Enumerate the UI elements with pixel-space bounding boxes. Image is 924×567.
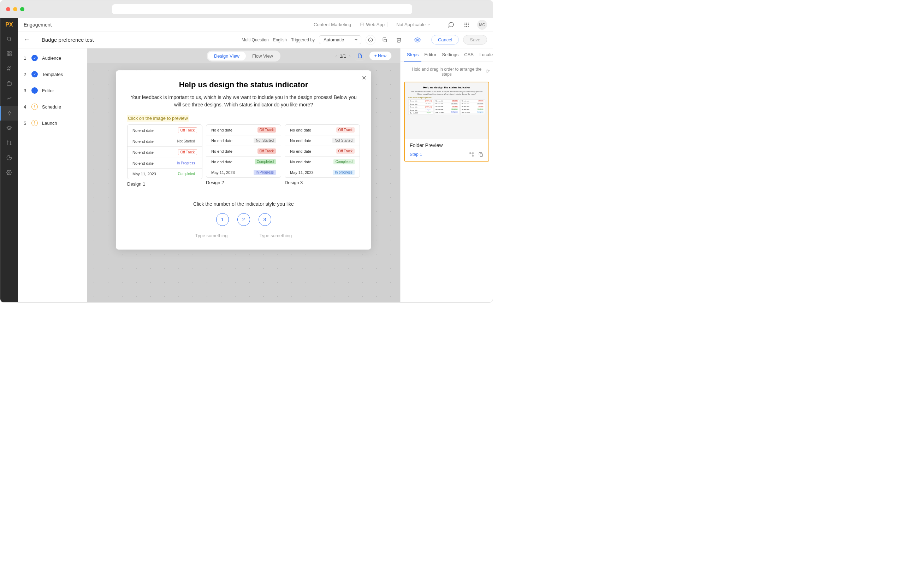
svg-point-14	[465, 23, 465, 24]
apps-grid-icon[interactable]	[462, 20, 471, 30]
design-option-3[interactable]: No end dateOff TrackNo end dateNot Start…	[285, 125, 360, 186]
close-window[interactable]	[6, 7, 10, 11]
preview-icon[interactable]	[412, 35, 423, 45]
duplicate-icon[interactable]	[478, 152, 483, 157]
status-badge: Completed	[176, 171, 197, 176]
dashboard-icon[interactable]	[0, 46, 18, 61]
svg-point-0	[8, 37, 10, 40]
choice-button-1[interactable]: 1	[216, 213, 229, 226]
step-label: Templates	[42, 72, 63, 77]
svg-point-29	[472, 153, 474, 154]
design-label: Design 2	[206, 180, 281, 185]
design-row: No end dateOff Track	[206, 146, 281, 156]
reports-icon[interactable]	[0, 150, 18, 165]
row-date: May 11, 2023	[290, 170, 314, 174]
wizard-step-launch[interactable]: 5!Launch	[24, 120, 81, 126]
back-button[interactable]: ←	[24, 36, 36, 44]
row-date: No end date	[132, 128, 154, 132]
new-step-button[interactable]: + New	[369, 51, 392, 60]
wizard-step-schedule[interactable]: 4!Schedule	[24, 104, 81, 110]
row-date: May 11, 2023	[132, 172, 156, 176]
wizard-step-editor[interactable]: 3Editor	[24, 87, 81, 94]
minimize-window[interactable]	[13, 7, 17, 11]
topbar-tab-webapp[interactable]: Web App	[360, 22, 385, 27]
tab-flow-view[interactable]: Flow View	[246, 52, 279, 60]
save-button[interactable]: Save	[463, 35, 487, 45]
design-row: No end dateCompleted	[285, 156, 360, 167]
main-area: Engagement Content Marketing Web App Not…	[18, 18, 493, 302]
status-badge: Off Track	[178, 149, 197, 155]
design-row: No end dateOff Track	[128, 125, 202, 136]
education-icon[interactable]	[0, 120, 18, 135]
placeholder-input-2[interactable]: Type something	[260, 233, 292, 238]
trigger-dropdown[interactable]: Automatic	[319, 35, 362, 44]
design-row: May 11, 2023Completed	[128, 168, 202, 179]
content: 1✓Audience2✓Templates3Editor4!Schedule5!…	[18, 48, 493, 302]
copy-icon[interactable]	[380, 35, 390, 45]
url-bar[interactable]	[112, 4, 412, 14]
branch-icon[interactable]	[469, 152, 474, 157]
svg-point-15	[466, 23, 467, 24]
choice-button-2[interactable]: 2	[237, 213, 250, 226]
svg-point-17	[465, 24, 465, 25]
topbar-tabs: Content Marketing Web App Not Applicable	[314, 22, 430, 27]
design-row: No end dateOff Track	[206, 125, 281, 135]
maximize-window[interactable]	[20, 7, 24, 11]
search-icon[interactable]	[0, 32, 18, 46]
design-option-1[interactable]: No end dateOff TrackNo end dateNot Start…	[127, 125, 202, 186]
engagement-icon[interactable]	[0, 106, 18, 120]
settings-icon[interactable]	[0, 165, 18, 180]
pager-next[interactable]: ›	[349, 53, 351, 59]
choice-button-3[interactable]: 3	[258, 213, 271, 226]
tab-design-view[interactable]: Design View	[208, 52, 246, 60]
row-date: No end date	[211, 149, 232, 153]
sidebar: PX	[0, 18, 18, 302]
status-badge: Not Started	[254, 138, 276, 143]
delete-icon[interactable]	[394, 35, 404, 45]
row-date: No end date	[211, 160, 232, 164]
design-option-2[interactable]: No end dateOff TrackNo end dateNot Start…	[206, 125, 281, 186]
step-preview-card[interactable]: Help us design the status indicator Your…	[404, 82, 489, 162]
preview-thumbnail: Help us design the status indicator Your…	[405, 82, 489, 139]
briefcase-icon[interactable]	[0, 76, 18, 91]
svg-point-20	[465, 26, 465, 27]
pager-prev[interactable]: ‹	[335, 53, 337, 59]
target-icon[interactable]	[0, 135, 18, 150]
step-label: Schedule	[42, 104, 61, 110]
design-row: No end dateOff Track	[285, 146, 360, 156]
preview-thumb-hint: Click on the image to preview	[408, 96, 431, 99]
panel-hint: Hold and drag in order to arrange the st…	[400, 62, 493, 80]
placeholder-input-1[interactable]: Type something	[195, 233, 228, 238]
design-row: No end dateIn Progress	[128, 158, 202, 168]
choice-buttons: 123	[127, 213, 360, 226]
svg-rect-31	[480, 154, 483, 156]
export-icon[interactable]	[355, 51, 365, 61]
panel-tab-localiza[interactable]: Localiza	[477, 48, 493, 62]
chat-icon[interactable]	[446, 20, 456, 30]
analytics-icon[interactable]	[0, 91, 18, 106]
svg-point-6	[8, 67, 9, 68]
modal-hint: Click on the image to preview	[127, 115, 189, 122]
avatar[interactable]: MC	[477, 20, 487, 30]
panel-tabs: StepsEditorSettingsCSSLocaliza	[400, 48, 493, 62]
topbar-tab-content[interactable]: Content Marketing	[314, 22, 351, 27]
refresh-icon[interactable]: ⟳	[486, 68, 490, 74]
preview-thumb-desc: Your feedback is important to us, which …	[408, 90, 485, 95]
panel-tab-css[interactable]: CSS	[461, 48, 477, 62]
logo: PX	[0, 18, 18, 32]
panel-tab-editor[interactable]: Editor	[422, 48, 439, 62]
cancel-button[interactable]: Cancel	[431, 35, 459, 45]
close-icon[interactable]: ✕	[362, 75, 366, 81]
topbar-tab-na[interactable]: Not Applicable	[396, 22, 430, 27]
wizard-step-audience[interactable]: 1✓Audience	[24, 55, 81, 61]
design-row: No end dateNot Started	[128, 136, 202, 147]
app-body: PX Engagement Content Marketing Web App …	[0, 18, 493, 302]
panel-tab-steps[interactable]: Steps	[404, 48, 422, 62]
wizard-step-templates[interactable]: 2✓Templates	[24, 71, 81, 77]
users-icon[interactable]	[0, 61, 18, 76]
topbar-icons: MC	[446, 20, 487, 30]
info-icon[interactable]	[366, 35, 375, 45]
panel-tab-settings[interactable]: Settings	[439, 48, 461, 62]
wizard-steps: 1✓Audience2✓Templates3Editor4!Schedule5!…	[18, 48, 87, 302]
status-badge: Off Track	[258, 127, 276, 132]
